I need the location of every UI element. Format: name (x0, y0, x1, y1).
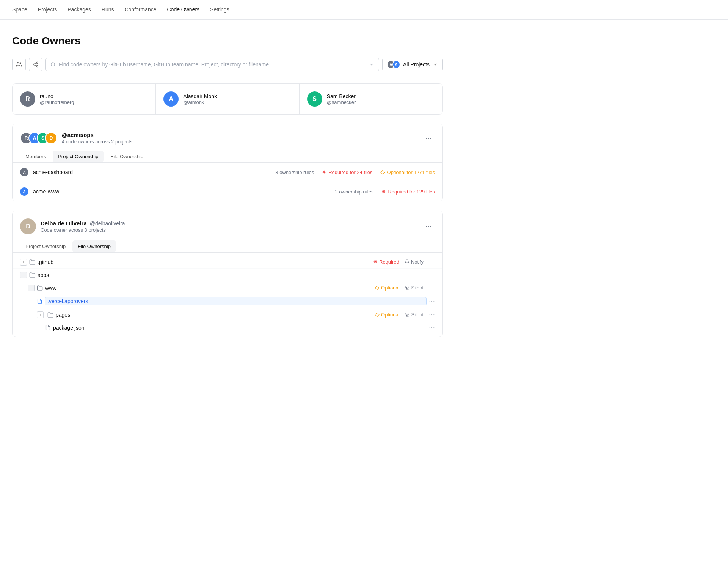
project-optional-dashboard: Optional for 1271 files (380, 170, 435, 175)
tab-person-project-ownership[interactable]: Project Ownership (20, 240, 71, 252)
svg-line-5 (35, 63, 37, 64)
folder-icon-pages (47, 312, 53, 318)
folder-icon-apps (29, 272, 35, 278)
tree-dots-pages[interactable]: ⋯ (429, 311, 435, 318)
folder-icon-github (29, 259, 35, 265)
search-input[interactable] (59, 61, 366, 68)
asterisk-icon-2: ✳ (381, 189, 386, 194)
tree-row-www[interactable]: − www Optional Silent ⋯ (20, 281, 442, 294)
person-menu-button[interactable]: ⋯ (422, 221, 435, 232)
asterisk-icon-github: ✳ (373, 259, 378, 264)
project-name-www: acme-www (33, 189, 331, 195)
group-menu-button[interactable]: ⋯ (422, 132, 435, 144)
svg-point-0 (17, 62, 19, 64)
toolbar: A A All Projects (12, 58, 443, 71)
user-name-rauno: rauno (40, 93, 74, 99)
svg-line-13 (405, 286, 410, 290)
tree-dots-package-json[interactable]: ⋯ (429, 324, 435, 331)
nav-space[interactable]: Space (12, 0, 27, 19)
tree-row-apps[interactable]: − apps ⋯ (13, 269, 442, 281)
svg-line-4 (35, 65, 37, 66)
group-name: @acme/ops (62, 132, 132, 138)
user-handle-alasdair: @almonk (183, 99, 217, 105)
tree-row-package-json[interactable]: package.json ⋯ (29, 321, 442, 334)
svg-marker-12 (375, 286, 379, 290)
project-avatar-2: A (392, 61, 400, 68)
svg-point-1 (36, 62, 38, 63)
tab-members[interactable]: Members (20, 151, 51, 162)
user-handle-sam: @sambecker (327, 99, 356, 105)
chevron-down-icon (369, 62, 374, 67)
avatar-alasdair: A (163, 91, 179, 107)
nav-packages[interactable]: Packages (67, 0, 91, 19)
nav-code-owners[interactable]: Code Owners (167, 0, 200, 19)
projects-selector[interactable]: A A All Projects (382, 58, 443, 71)
tree-dots-www[interactable]: ⋯ (429, 284, 435, 291)
tree-row-vercel-approvers[interactable]: .vercel.approvers ⋯ (29, 294, 442, 308)
tree-notify-github: Notify (405, 259, 424, 265)
tree-dots-github[interactable]: ⋯ (429, 258, 435, 266)
search-icon (50, 62, 56, 67)
svg-line-15 (405, 313, 410, 317)
ownership-table: A acme-dashboard 3 ownership rules ✳ Req… (13, 163, 442, 201)
user-name-alasdair: Alasdair Monk (183, 93, 217, 99)
expand-apps[interactable]: − (20, 272, 27, 278)
project-rules-dashboard: 3 ownership rules (275, 170, 314, 175)
tab-project-ownership[interactable]: Project Ownership (53, 151, 104, 162)
user-cards-row: R rauno @raunofreiberg A Alasdair Monk @… (12, 83, 443, 115)
group-header: R A S D @acme/ops 4 code owners across 2… (13, 124, 442, 151)
file-icon-vercel-approvers (37, 299, 42, 304)
svg-point-3 (36, 66, 38, 67)
tree-row-github[interactable]: + .github ✳ Required Notify ⋯ (13, 256, 442, 269)
tab-person-file-ownership[interactable]: File Ownership (72, 240, 116, 252)
avatar-sam: S (307, 91, 322, 107)
tree-name-apps: apps (38, 272, 427, 278)
svg-text:✳: ✳ (322, 170, 326, 174)
diamond-icon (380, 170, 385, 175)
group-card: R A S D @acme/ops 4 code owners across 2… (12, 124, 443, 201)
tree-name-package-json: package.json (53, 325, 427, 331)
user-card-rauno[interactable]: R rauno @raunofreiberg (13, 84, 156, 114)
project-icon-dashboard: A (20, 168, 28, 176)
tree-dots-apps[interactable]: ⋯ (429, 271, 435, 278)
expand-pages[interactable]: + (37, 311, 44, 318)
share-icon (33, 61, 39, 68)
projects-label: All Projects (403, 61, 430, 68)
nav-conformance[interactable]: Conformance (124, 0, 156, 19)
user-card-alasdair[interactable]: A Alasdair Monk @almonk (156, 84, 299, 114)
group-avatars: R A S D (20, 132, 57, 144)
project-rules-www: 2 ownership rules (335, 189, 374, 195)
nav-projects[interactable]: Projects (38, 0, 57, 19)
project-row-dashboard[interactable]: A acme-dashboard 3 ownership rules ✳ Req… (13, 163, 442, 182)
person-header: D Delba de Oliveira @delbaoliveira Code … (13, 211, 442, 240)
tree-name-pages: pages (56, 312, 372, 318)
page-title: Code Owners (12, 35, 443, 47)
user-card-sam[interactable]: S Sam Becker @sambecker (300, 84, 442, 114)
nav-settings[interactable]: Settings (210, 0, 229, 19)
user-handle-rauno: @raunofreiberg (40, 99, 74, 105)
tree-row-pages[interactable]: + pages Optional Silent ⋯ (29, 308, 442, 321)
tree-dots-vercel-approvers[interactable]: ⋯ (429, 298, 435, 305)
projects-chevron-icon (433, 62, 438, 67)
group-avatar-4: D (45, 132, 57, 144)
project-required-dashboard: ✳ Required for 24 files (322, 170, 372, 175)
search-bar[interactable] (46, 58, 379, 71)
nav-runs[interactable]: Runs (102, 0, 114, 19)
diamond-icon-pages (375, 312, 380, 317)
tab-file-ownership[interactable]: File Ownership (105, 151, 149, 162)
avatar-rauno: R (20, 91, 35, 107)
project-required-www: ✳ Required for 129 files (381, 189, 435, 195)
expand-github[interactable]: + (20, 259, 27, 266)
tree-optional-www: Optional (375, 285, 399, 291)
svg-point-2 (33, 64, 35, 65)
file-tree: + .github ✳ Required Notify ⋯ − (13, 253, 442, 337)
share-button[interactable] (29, 58, 42, 71)
svg-marker-9 (381, 170, 385, 174)
tree-name-github: .github (38, 259, 370, 265)
project-name-dashboard: acme-dashboard (33, 169, 271, 175)
people-button[interactable] (12, 58, 26, 71)
svg-point-6 (51, 63, 55, 66)
expand-www[interactable]: − (28, 284, 35, 291)
project-icon-www: A (20, 187, 28, 196)
project-row-www[interactable]: A acme-www 2 ownership rules ✳ Required … (13, 182, 442, 201)
